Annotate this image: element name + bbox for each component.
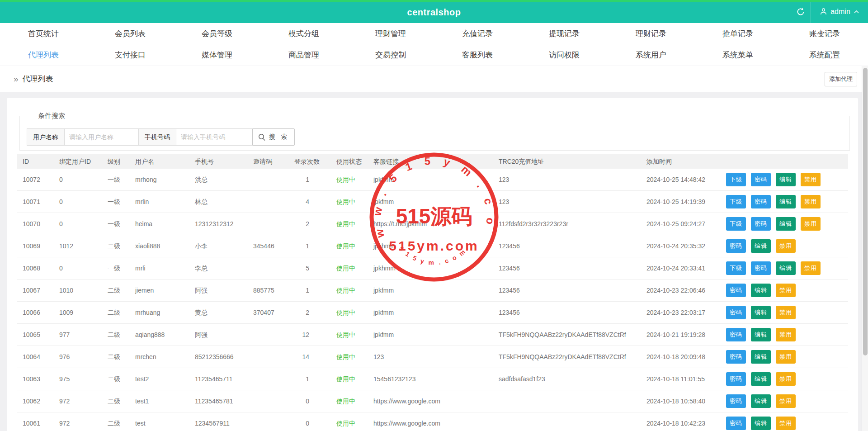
nav-item-抢单记录[interactable]: 抢单记录 [694, 23, 781, 44]
cell-level: 二级 [102, 279, 130, 301]
action-edit-button[interactable]: 编辑 [751, 417, 771, 430]
action-disable-button[interactable]: 禁用 [776, 417, 796, 430]
action-pwd-button[interactable]: 密码 [751, 173, 771, 186]
action-edit-button[interactable]: 编辑 [776, 217, 796, 231]
action-disable-button[interactable]: 禁用 [776, 372, 796, 386]
nav-item-模式分组[interactable]: 模式分组 [260, 23, 347, 44]
cell-trc20: 123456 [493, 235, 641, 257]
admin-menu[interactable]: admin [811, 0, 868, 23]
action-pwd-button[interactable]: 密码 [726, 394, 746, 408]
user-icon [820, 8, 827, 15]
action-pwd-button[interactable]: 密码 [726, 372, 746, 386]
cell-phone: 阿强 [189, 324, 248, 346]
action-edit-button[interactable]: 编辑 [751, 239, 771, 253]
nav-item-客服列表[interactable]: 客服列表 [434, 44, 521, 66]
nav-item-充值记录[interactable]: 充值记录 [434, 23, 521, 44]
action-disable-button[interactable]: 禁用 [801, 217, 821, 231]
nav-item-访问权限[interactable]: 访问权限 [521, 44, 608, 66]
username-input[interactable] [64, 128, 141, 146]
phone-input[interactable] [176, 128, 253, 146]
cell-phone: 林总 [189, 191, 248, 213]
action-disable-button[interactable]: 禁用 [776, 284, 796, 297]
nav-item-商品管理[interactable]: 商品管理 [260, 44, 347, 66]
nav-item-系统菜单[interactable]: 系统菜单 [694, 44, 781, 66]
action-disable-button[interactable]: 禁用 [776, 394, 796, 408]
username-label: 用户名称 [27, 128, 64, 146]
action-disable-button[interactable]: 禁用 [776, 328, 796, 341]
cell-bind-id: 1009 [54, 302, 102, 323]
cell-trc20: TF5kFH9NQQAABz22ryDKAAdETf88VZCtRf [493, 324, 641, 346]
action-edit-button[interactable]: 编辑 [751, 328, 771, 341]
cell-time: 2024-10-18 11:01:55 [641, 368, 716, 390]
nav-item-首页统计[interactable]: 首页统计 [0, 23, 87, 44]
action-edit-button[interactable]: 编辑 [776, 261, 796, 275]
action-edit-button[interactable]: 编辑 [751, 372, 771, 386]
add-agent-button[interactable]: 添加代理 [825, 72, 857, 86]
cell-phone: 洪总 [189, 169, 248, 190]
nav-item-会员列表[interactable]: 会员列表 [87, 23, 174, 44]
nav-item-系统配置[interactable]: 系统配置 [781, 44, 868, 66]
nav-item-交易控制[interactable]: 交易控制 [347, 44, 434, 66]
nav-item-提现记录[interactable]: 提现记录 [521, 23, 608, 44]
scrollbar-thumb[interactable] [863, 68, 868, 355]
column-header-用户名: 用户名 [130, 154, 189, 169]
action-edit-button[interactable]: 编辑 [751, 350, 771, 364]
cell-service-link: jpkhmm [368, 257, 493, 279]
nav-item-理财管理[interactable]: 理财管理 [347, 23, 434, 44]
cell-id: 10064 [17, 346, 54, 368]
action-edit-button[interactable]: 编辑 [776, 173, 796, 186]
action-sub-button[interactable]: 下级 [726, 261, 746, 275]
action-edit-button[interactable]: 编辑 [751, 284, 771, 297]
action-sub-button[interactable]: 下级 [726, 173, 746, 186]
action-disable-button[interactable]: 禁用 [801, 195, 821, 208]
cell-status: 使用中 [331, 279, 368, 301]
action-edit-button[interactable]: 编辑 [751, 306, 771, 319]
nav-item-支付接口[interactable]: 支付接口 [87, 44, 174, 66]
action-pwd-button[interactable]: 密码 [751, 261, 771, 275]
action-disable-button[interactable]: 禁用 [776, 306, 796, 319]
action-disable-button[interactable]: 禁用 [776, 239, 796, 253]
cell-status: 使用中 [331, 235, 368, 257]
page-title: 代理列表 [23, 74, 53, 84]
cell-bind-id: 972 [54, 412, 102, 431]
refresh-button[interactable] [790, 0, 811, 23]
nav-item-会员等级[interactable]: 会员等级 [174, 23, 260, 44]
nav-item-理财记录[interactable]: 理财记录 [608, 23, 694, 44]
cell-service-link: 154561232123 [368, 368, 493, 390]
column-header-登录次数: 登录次数 [289, 154, 331, 169]
username-search-group: 用户名称 [27, 128, 141, 146]
cell-username: mrchen [130, 346, 189, 368]
cell-actions: 密码编辑禁用 [716, 302, 848, 323]
action-disable-button[interactable]: 禁用 [801, 261, 821, 275]
cell-level: 二级 [102, 302, 130, 323]
cell-status: 使用中 [331, 191, 368, 213]
search-button[interactable]: 搜 索 [252, 128, 295, 146]
action-pwd-button[interactable]: 密码 [726, 328, 746, 341]
action-pwd-button[interactable]: 密码 [726, 239, 746, 253]
action-sub-button[interactable]: 下级 [726, 217, 746, 231]
cell-actions: 密码编辑禁用 [716, 324, 848, 346]
action-pwd-button[interactable]: 密码 [726, 306, 746, 319]
nav-item-代理列表[interactable]: 代理列表 [0, 44, 87, 66]
nav-item-媒体管理[interactable]: 媒体管理 [174, 44, 260, 66]
action-sub-button[interactable]: 下级 [726, 195, 746, 208]
action-pwd-button[interactable]: 密码 [751, 217, 771, 231]
action-pwd-button[interactable]: 密码 [726, 284, 746, 297]
action-pwd-button[interactable]: 密码 [751, 195, 771, 208]
cell-actions: 密码编辑禁用 [716, 235, 848, 257]
nav-item-系统用户[interactable]: 系统用户 [608, 44, 694, 66]
action-disable-button[interactable]: 禁用 [801, 173, 821, 186]
action-edit-button[interactable]: 编辑 [776, 195, 796, 208]
cell-level: 二级 [102, 324, 130, 346]
cell-time: 2024-10-25 14:19:39 [641, 191, 716, 213]
action-pwd-button[interactable]: 密码 [726, 350, 746, 364]
cell-username: heima [130, 213, 189, 235]
action-edit-button[interactable]: 编辑 [751, 394, 771, 408]
table-row: 100720一级mrhong洪总1使用中jpkfmm1232024-10-25 … [17, 169, 848, 191]
cell-invite: 370407 [248, 302, 289, 323]
action-disable-button[interactable]: 禁用 [776, 350, 796, 364]
nav-item-账变记录[interactable]: 账变记录 [781, 23, 868, 44]
action-pwd-button[interactable]: 密码 [726, 417, 746, 430]
cell-actions: 下级密码编辑禁用 [716, 191, 848, 213]
nav-row-1: 首页统计会员列表会员等级模式分组理财管理充值记录提现记录理财记录抢单记录账变记录 [0, 23, 868, 44]
